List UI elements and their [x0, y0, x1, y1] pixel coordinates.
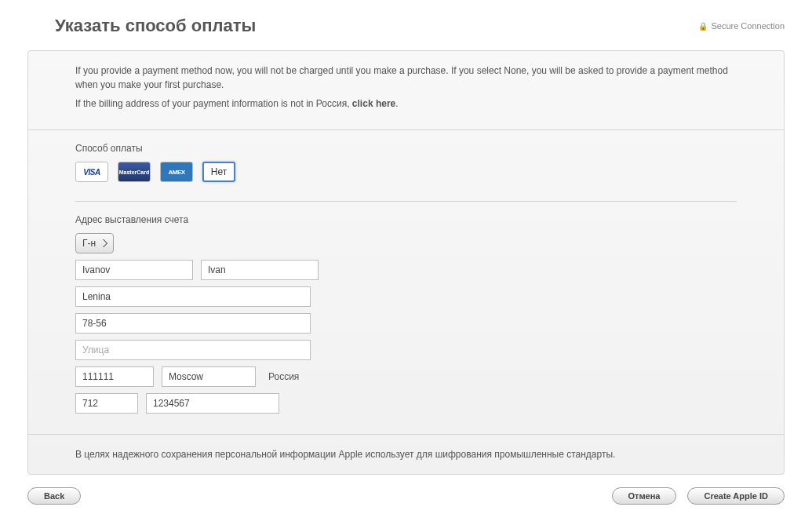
street1-input[interactable]: [75, 286, 311, 307]
footer-note: В целях надежного сохранения персонально…: [28, 435, 784, 474]
back-button[interactable]: Back: [27, 487, 81, 505]
payment-option-none[interactable]: Нет: [202, 162, 235, 182]
country-label: Россия: [268, 371, 299, 382]
secure-label: Secure Connection: [711, 21, 785, 31]
street3-input[interactable]: [75, 340, 311, 360]
intro-section: If you provide a payment method now, you…: [28, 51, 784, 130]
last-name-input[interactable]: [75, 260, 193, 280]
city-input[interactable]: [162, 366, 256, 387]
postal-input[interactable]: [75, 366, 154, 387]
button-bar: Back Отмена Create Apple ID: [27, 487, 785, 505]
street2-input[interactable]: [75, 313, 311, 334]
intro-line2-prefix: If the billing address of your payment i…: [75, 98, 352, 109]
billing-label: Адрес выставления счета: [75, 214, 737, 225]
phone-code-input[interactable]: [75, 393, 138, 414]
header-row: Указать способ оплаты 🔒 Secure Connectio…: [27, 16, 785, 36]
payment-option-mastercard[interactable]: MasterCard: [118, 162, 151, 182]
salutation-value: Г-н: [82, 238, 96, 249]
payment-options: VISA MasterCard AMEX Нет: [75, 162, 737, 182]
intro-line1: If you provide a payment method now, you…: [75, 64, 737, 92]
intro-line2-suffix: .: [395, 98, 398, 109]
form-section: Способ оплаты VISA MasterCard AMEX Нет А…: [28, 130, 784, 435]
secure-connection: 🔒 Secure Connection: [698, 21, 785, 31]
phone-number-input[interactable]: [146, 393, 279, 414]
page-title: Указать способ оплаты: [27, 16, 256, 36]
click-here-link[interactable]: click here: [352, 98, 395, 109]
payment-option-visa[interactable]: VISA: [75, 162, 108, 182]
intro-line2: If the billing address of your payment i…: [75, 97, 737, 111]
lock-icon: 🔒: [698, 22, 708, 31]
salutation-select[interactable]: Г-н: [75, 233, 114, 253]
cancel-button[interactable]: Отмена: [612, 487, 677, 505]
main-panel: If you provide a payment method now, you…: [27, 50, 785, 475]
create-apple-id-button[interactable]: Create Apple ID: [687, 487, 785, 505]
first-name-input[interactable]: [201, 260, 319, 280]
payment-option-amex[interactable]: AMEX: [160, 162, 193, 182]
divider: [75, 201, 737, 202]
payment-label: Способ оплаты: [75, 143, 737, 154]
